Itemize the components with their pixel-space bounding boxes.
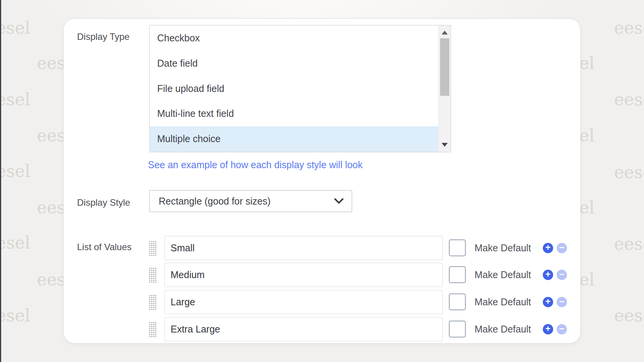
option-multi-line-text-field[interactable]: Multi-line text field — [150, 101, 438, 126]
make-default-label: Make Default — [475, 236, 531, 260]
option-file-upload-field[interactable]: File upload field — [150, 76, 438, 102]
watermark-text: eesel — [0, 18, 30, 38]
drag-handle-icon[interactable] — [148, 294, 156, 310]
scroll-up-arrow-icon[interactable] — [442, 31, 448, 34]
value-input-small[interactable] — [164, 236, 443, 260]
add-value-button[interactable]: + — [543, 270, 553, 280]
drag-handle-icon[interactable] — [148, 240, 156, 256]
value-input-medium[interactable] — [164, 263, 443, 287]
display-style-selected-value: Rectangle (good for sizes) — [159, 191, 271, 211]
value-row-extra-large: Make Default + − — [148, 317, 567, 341]
drag-handle-icon[interactable] — [148, 267, 156, 283]
remove-value-button[interactable]: − — [557, 297, 567, 307]
watermark-text: eesel — [614, 18, 644, 38]
page: { "display_type": { "label": "Display Ty… — [0, 0, 644, 362]
display-style-select[interactable]: Rectangle (good for sizes) — [149, 190, 352, 212]
display-style-label: Display Style — [77, 197, 130, 208]
make-default-label: Make Default — [475, 290, 531, 314]
add-value-button[interactable]: + — [543, 297, 553, 307]
field-settings-card: Display Type Checkbox Date field File up… — [63, 18, 581, 344]
list-of-values-label: List of Values — [77, 242, 131, 252]
display-style-example-link[interactable]: See an example of how each display style… — [148, 159, 363, 170]
watermark-text: eesel — [614, 306, 644, 325]
add-value-button[interactable]: + — [543, 324, 553, 334]
display-type-listbox[interactable]: Checkbox Date field File upload field Mu… — [149, 25, 451, 152]
make-default-checkbox[interactable] — [449, 321, 466, 337]
option-date-field[interactable]: Date field — [150, 51, 438, 76]
watermark-text: eesel — [614, 90, 644, 109]
option-checkbox[interactable]: Checkbox — [150, 26, 438, 51]
watermark-text: eesel — [614, 234, 644, 254]
value-row-small: Make Default + − — [148, 236, 567, 260]
scroll-down-arrow-icon[interactable] — [442, 143, 448, 147]
value-row-medium: Make Default + − — [148, 263, 567, 287]
make-default-label: Make Default — [475, 263, 531, 287]
watermark-text: eesel — [0, 233, 30, 252]
watermark-text: eesel — [0, 306, 30, 325]
add-value-button[interactable]: + — [543, 243, 553, 253]
make-default-checkbox[interactable] — [449, 266, 466, 283]
display-type-options: Checkbox Date field File upload field Mu… — [150, 26, 438, 152]
drag-handle-icon[interactable] — [148, 321, 156, 337]
make-default-checkbox[interactable] — [449, 293, 466, 310]
remove-value-button[interactable]: − — [557, 243, 567, 253]
watermark-text: eesel — [614, 162, 644, 182]
make-default-label: Make Default — [475, 317, 531, 341]
display-type-label: Display Type — [77, 31, 130, 42]
make-default-checkbox[interactable] — [449, 239, 466, 256]
watermark-text: eesel — [0, 90, 30, 109]
chevron-down-icon — [334, 198, 344, 204]
listbox-scrollbar[interactable] — [438, 26, 450, 152]
remove-value-button[interactable]: − — [557, 270, 567, 280]
value-row-large: Make Default + − — [148, 290, 567, 314]
remove-value-button[interactable]: − — [557, 324, 567, 334]
option-multiple-choice[interactable]: Multiple choice — [150, 126, 438, 152]
value-input-extra-large[interactable] — [164, 317, 443, 341]
window-left-edge — [0, 0, 1, 362]
watermark-text: eesel — [0, 161, 30, 181]
scrollbar-thumb[interactable] — [440, 38, 449, 96]
value-input-large[interactable] — [164, 290, 443, 314]
